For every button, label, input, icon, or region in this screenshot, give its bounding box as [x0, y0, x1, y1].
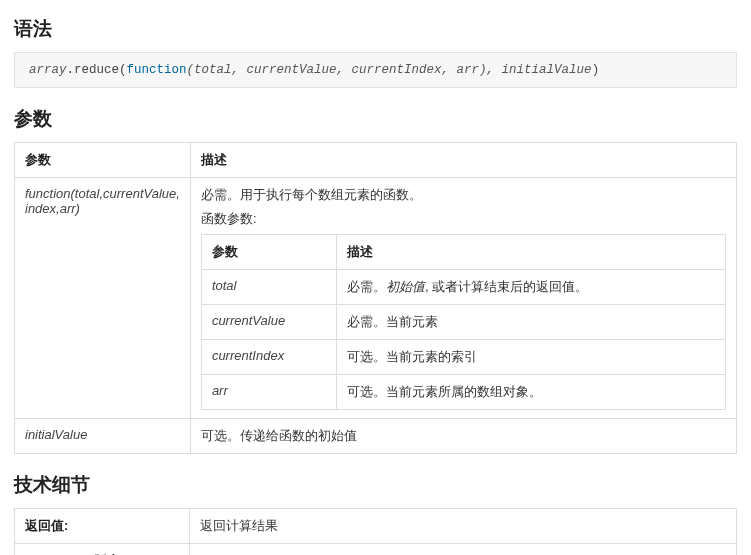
table-header-row: 参数 描述	[201, 235, 725, 270]
desc-text: 可选。当前元素的索引	[347, 349, 477, 364]
th-desc: 描述	[336, 235, 725, 270]
params-heading: 参数	[14, 106, 737, 132]
param-name: arr	[201, 375, 336, 410]
desc-text: 必需。	[347, 279, 386, 294]
table-row: currentIndex 可选。当前元素的索引	[201, 340, 725, 375]
th-param: 参数	[15, 143, 191, 178]
th-desc: 描述	[190, 143, 736, 178]
param-name: total	[201, 270, 336, 305]
table-row: arr 可选。当前元素所属的数组对象。	[201, 375, 725, 410]
code-close: )	[592, 63, 600, 77]
param-desc: 可选。当前元素的索引	[336, 340, 725, 375]
param-name: function(total,currentValue, index,arr)	[15, 178, 191, 419]
param-name: currentIndex	[201, 340, 336, 375]
code-kw: function	[127, 63, 187, 77]
param-desc: 必需。初始值, 或者计算结束后的返回值。	[336, 270, 725, 305]
th-param: 参数	[201, 235, 336, 270]
desc-em: 初始值	[386, 279, 425, 294]
param-desc: 可选。当前元素所属的数组对象。	[336, 375, 725, 410]
table-row: JavaScript 版本: ECMAScript 3	[15, 544, 737, 556]
param-desc: 可选。传递给函数的初始值	[190, 419, 736, 454]
syntax-heading: 语法	[14, 16, 737, 42]
tech-label: 返回值:	[15, 509, 190, 544]
code-arr: array	[29, 63, 67, 77]
tech-value: 返回计算结果	[190, 509, 737, 544]
desc-text: 可选。当前元素所属的数组对象。	[347, 384, 542, 399]
param-name: currentValue	[201, 305, 336, 340]
table-header-row: 参数 描述	[15, 143, 737, 178]
table-row: currentValue 必需。当前元素	[201, 305, 725, 340]
desc-text: 必需。当前元素	[347, 314, 438, 329]
code-fn: .reduce(	[67, 63, 127, 77]
tech-value: ECMAScript 3	[190, 544, 737, 556]
code-sig: (total, currentValue, currentIndex, arr)…	[187, 63, 592, 77]
desc-text: , 或者计算结束后的返回值。	[425, 279, 588, 294]
param-desc: 必需。当前元素	[336, 305, 725, 340]
syntax-code: array.reduce(function(total, currentValu…	[14, 52, 737, 88]
inner-params-table: 参数 描述 total 必需。初始值, 或者计算结束后的返回值。 current…	[201, 234, 726, 410]
desc-line: 函数参数:	[201, 210, 726, 228]
table-row: 返回值: 返回计算结果	[15, 509, 737, 544]
table-row: total 必需。初始值, 或者计算结束后的返回值。	[201, 270, 725, 305]
desc-line: 必需。用于执行每个数组元素的函数。	[201, 186, 726, 204]
table-row: initialValue 可选。传递给函数的初始值	[15, 419, 737, 454]
param-name: initialValue	[15, 419, 191, 454]
tech-label: JavaScript 版本:	[15, 544, 190, 556]
params-table: 参数 描述 function(total,currentValue, index…	[14, 142, 737, 454]
tech-table: 返回值: 返回计算结果 JavaScript 版本: ECMAScript 3	[14, 508, 737, 555]
param-desc: 必需。用于执行每个数组元素的函数。 函数参数: 参数 描述 total 必需。初…	[190, 178, 736, 419]
table-row: function(total,currentValue, index,arr) …	[15, 178, 737, 419]
tech-heading: 技术细节	[14, 472, 737, 498]
